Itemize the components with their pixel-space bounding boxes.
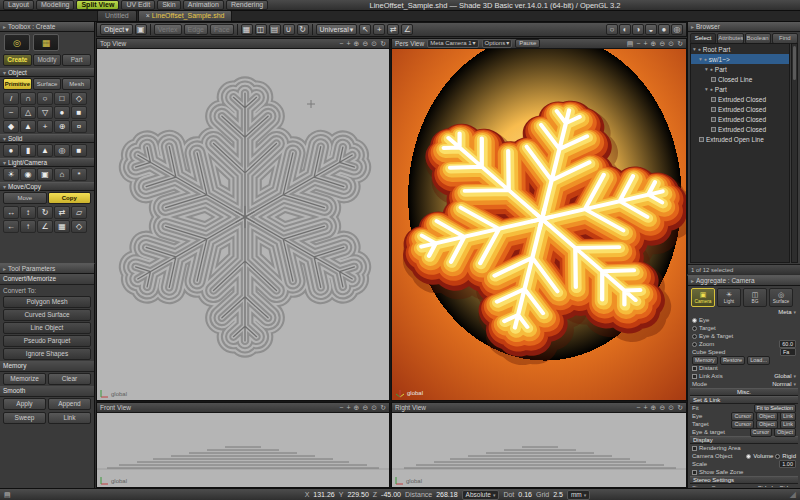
torus-tool-icon[interactable]: ◎ [54, 144, 70, 157]
rigid-radio[interactable] [775, 454, 780, 459]
expander-icon[interactable]: ▾ [705, 66, 708, 72]
memory-button[interactable]: Memory [692, 356, 718, 365]
viewport-top-view[interactable]: Top View − + ⊕ ⊖ ⊙ ↻ [96, 38, 390, 401]
top-view-canvas[interactable]: global [97, 49, 389, 400]
pan-icon[interactable]: ⊕ [354, 40, 360, 48]
aggregate-tab-bg[interactable]: ◫ BG [743, 288, 767, 307]
convert-option-line-object[interactable]: Line Object [3, 322, 91, 334]
line-tool-icon[interactable]: / [3, 92, 19, 105]
visibility-eye-icon[interactable]: ● [704, 56, 707, 62]
menu-tab-modeling[interactable]: Modeling [36, 0, 74, 10]
viewport-right-view[interactable]: Right View − + ⊕ ⊖ ⊙ ↻ [391, 402, 687, 488]
hidden-line-mode-icon[interactable]: ◐ [619, 24, 631, 35]
tree-row[interactable]: Extruded Closed [691, 114, 789, 124]
solid-diamond-tool-icon[interactable]: ◆ [3, 120, 19, 133]
create-preview-tile[interactable]: ◎ [4, 34, 30, 51]
copy-button[interactable]: Copy [48, 192, 92, 204]
zoom-out-icon[interactable]: − [339, 404, 343, 412]
toolbox-tab-part[interactable]: Part [62, 54, 91, 66]
tree-row[interactable]: Extruded Closed [691, 104, 789, 114]
tree-row[interactable]: ▾ ● Root Part [691, 44, 789, 54]
primitive-button[interactable]: Primitive [3, 78, 32, 90]
zoom-in-icon[interactable]: + [643, 404, 647, 412]
expander-icon[interactable]: ▾ [705, 86, 708, 92]
link-axis-value-dropdown[interactable]: Global ▾ [774, 373, 796, 379]
load-button[interactable]: Load... [747, 356, 770, 365]
curve-tool-icon[interactable]: ~ [3, 106, 19, 119]
append-button[interactable]: Append [48, 398, 91, 410]
volume-radio[interactable] [746, 454, 751, 459]
fit-view-icon[interactable]: ⊖ [362, 40, 368, 48]
set-link-section-header[interactable]: Set & Link [690, 396, 798, 404]
angle-transform-tool-icon[interactable]: ∠ [37, 220, 53, 233]
tree-row[interactable]: ▾ ● sw/1~> [691, 54, 789, 64]
magnifier-icon[interactable]: ⊙ [371, 404, 377, 412]
tool-parameters-header[interactable]: ▸ Tool Parameters [0, 264, 94, 274]
menu-tab-layout[interactable]: Layout [3, 0, 34, 10]
rotate-view-icon[interactable]: ↻ [380, 40, 386, 48]
front-view-canvas[interactable]: global [97, 413, 389, 487]
scrollbar-thumb[interactable] [793, 46, 796, 80]
array-copy-tool-icon[interactable]: ▦ [54, 220, 70, 233]
tree-row[interactable]: ▾ ● Part [691, 64, 789, 74]
menu-icon[interactable]: ▤ [627, 40, 634, 48]
close-tab-icon[interactable]: × [146, 12, 150, 20]
translate-x-tool-icon[interactable]: ↔ [3, 206, 19, 219]
target-radio[interactable] [692, 326, 697, 331]
show-safe-zone-checkbox[interactable] [692, 470, 697, 475]
cylinder-tool-icon[interactable]: ▮ [20, 144, 36, 157]
camera-select-dropdown[interactable]: Meta Camera 1 ▾ [427, 39, 478, 48]
zoom-in-icon[interactable]: + [346, 40, 350, 48]
mirror-transform-tool-icon[interactable]: ⇄ [54, 206, 70, 219]
flat-shade-mode-icon[interactable]: ◑ [632, 24, 644, 35]
eye-target-radio-row[interactable]: Eye & Target [690, 332, 798, 340]
apply-button[interactable]: Apply [3, 398, 46, 410]
sweep-button[interactable]: Sweep [3, 412, 46, 424]
viewport-front-view[interactable]: Front View − + ⊕ ⊖ ⊙ ↻ [96, 402, 390, 488]
zoom-out-icon[interactable]: − [339, 40, 343, 48]
panel-collapse-icon[interactable]: ▸ [691, 23, 694, 30]
shaded-mode-icon[interactable]: ● [658, 24, 670, 35]
magnifier-icon[interactable]: ⊙ [668, 40, 674, 48]
visibility-eye-icon[interactable]: ● [698, 46, 701, 52]
target-radio-row[interactable]: Target [690, 324, 798, 332]
zoom-in-icon[interactable]: + [643, 40, 647, 48]
convert-option-curved-surface[interactable]: Curved Surface [3, 309, 91, 321]
rotate-view-icon[interactable]: ↻ [380, 404, 386, 412]
surface-button[interactable]: Surface [33, 78, 62, 90]
wireframe-mode-icon[interactable]: ○ [606, 24, 618, 35]
menu-tab-animation[interactable]: Animation [183, 0, 224, 10]
stereo-camera-dropdown[interactable]: Side by Side ▾ [758, 485, 796, 487]
eye-target-cursor-button[interactable]: Cursor [750, 428, 773, 437]
tree-row[interactable]: Extruded Open Line [691, 134, 789, 144]
fit-view-icon[interactable]: ⊖ [659, 40, 665, 48]
panel-collapse-icon[interactable]: ▸ [3, 265, 6, 272]
swap-axes-icon[interactable]: ⇄ [387, 24, 399, 35]
status-menu-icon[interactable]: ▤ [4, 491, 11, 499]
aggregate-header[interactable]: ▸ Aggregate : Camera [688, 276, 800, 286]
disc-tool-icon[interactable]: ● [54, 106, 70, 119]
zoom-value-field[interactable]: 60.0 [779, 340, 796, 348]
vertex-mode-button[interactable]: Vertex [154, 24, 182, 35]
magnet-snap-icon[interactable]: ∪ [283, 24, 295, 35]
tree-row[interactable]: ▾ ● Part [691, 84, 789, 94]
angle-snap-icon[interactable]: ∠ [401, 24, 413, 35]
section-light-camera[interactable]: ▾ Light/Camera [0, 158, 94, 167]
section-solid[interactable]: ▾ Solid [0, 134, 94, 143]
gouraud-shade-mode-icon[interactable]: ◒ [645, 24, 657, 35]
pan-icon[interactable]: ⊕ [651, 40, 657, 48]
convert-option-pseudo-parquet[interactable]: Pseudo Parquet [3, 335, 91, 347]
menu-tab-split-view[interactable]: Split View [76, 0, 119, 10]
mode-dropdown[interactable]: Normal ▾ [772, 381, 796, 387]
expander-icon[interactable]: ▾ [699, 56, 702, 62]
menu-tab-skin[interactable]: Skin [157, 0, 181, 10]
face-mode-button[interactable]: Face [210, 24, 234, 35]
rotate-view-icon[interactable]: ↻ [677, 404, 683, 412]
camera-object-tool-icon[interactable]: ▣ [37, 168, 53, 181]
eye-radio[interactable] [692, 318, 697, 323]
zoom-radio[interactable] [692, 342, 697, 347]
rotate-view-icon[interactable]: ↻ [677, 40, 683, 48]
mesh-button[interactable]: Mesh [62, 78, 91, 90]
right-view-canvas[interactable]: global [392, 413, 686, 487]
magnifier-icon[interactable]: ⊙ [371, 40, 377, 48]
